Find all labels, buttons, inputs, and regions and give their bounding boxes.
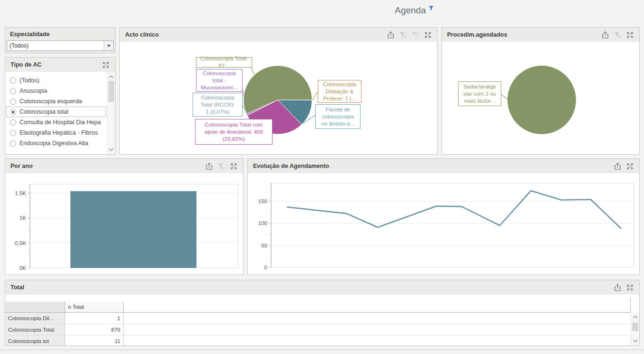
especialidade-header: Especialidade (5, 28, 115, 39)
svg-text:50: 50 (261, 243, 267, 248)
pie-callout-dilatacao[interactable]: Colonoscopia Dilatação & Prótese: 1 (... (318, 80, 361, 103)
table-row[interactable]: Colonoscopia tot 11 (5, 335, 630, 345)
radio-icon (10, 130, 16, 136)
chevron-down-icon (107, 45, 111, 47)
export-icon[interactable] (614, 284, 622, 292)
combo-dropdown-button[interactable] (104, 41, 113, 50)
radio-item-elastografia[interactable]: Elastografia Hepática - Fibros (6, 128, 106, 138)
radio-icon (10, 140, 16, 147)
export-icon[interactable] (205, 162, 213, 170)
scrollbar-track[interactable] (631, 312, 639, 345)
svg-text:100: 100 (258, 220, 267, 226)
filter-funnel-icon[interactable] (429, 6, 434, 11)
chevron-down-icon (633, 339, 638, 343)
panel-acto-clinico: Acto clínico Colonoscopia Total: 87... C… (119, 27, 438, 155)
radio-item-anuscopia[interactable]: Anuscopia (6, 86, 106, 96)
scroll-down-button[interactable] (107, 146, 115, 153)
table-header-row: n Total (5, 302, 630, 313)
radio-item-endoscopia-alta[interactable]: Endoscopia Digestiva Alta (6, 138, 106, 148)
evolucao-line-chart[interactable]: 050100150 (248, 173, 639, 275)
svg-text:1K: 1K (20, 215, 26, 221)
undo-icon[interactable] (411, 31, 420, 39)
total-table: n Total Colonoscopia Dil... 1 Colonoscop… (5, 302, 630, 345)
table-header-n-total: n Total (65, 302, 124, 312)
clear-filter-icon[interactable] (217, 162, 225, 170)
panel-tipo-de-ac: Tipo de AC (Todos) Anuscopia Colonoscopi… (5, 57, 116, 155)
svg-text:0,5K: 0,5K (15, 240, 26, 246)
pie-callout-pacote[interactable]: Pacote de colonoscopia no âmbito d... (315, 104, 361, 129)
pie-callout-colonoscopia-total[interactable]: Colonoscopia Total: 87... (196, 57, 252, 68)
export-icon[interactable] (614, 162, 622, 170)
svg-text:0: 0 (264, 265, 267, 270)
pie-callout-sedar[interactable]: Sedar/analge siar com 2 ou mais factor..… (458, 81, 501, 106)
scrollbar-thumb[interactable] (632, 323, 638, 331)
radio-icon (10, 88, 16, 94)
panel-total: Total n Total Colonoscopia Dil... 1 (5, 280, 640, 346)
table-header-blank (5, 302, 65, 312)
tipo-de-ac-list: (Todos) Anuscopia Colonoscopia esquerda … (5, 72, 107, 154)
table-row[interactable]: Colonoscopia Dil... 1 (5, 313, 630, 324)
panel-por-ano: Por ano 0K0,5K1K1,5K (5, 158, 244, 275)
radio-checked-icon (10, 109, 16, 115)
maximize-icon[interactable] (626, 284, 634, 292)
maximize-icon[interactable] (424, 31, 432, 39)
tipo-de-ac-header: Tipo de AC (10, 61, 102, 68)
scrollbar-thumb[interactable] (108, 81, 114, 102)
clear-filter-icon[interactable] (399, 31, 407, 39)
evolucao-header: Evolução de Agendamento (253, 163, 614, 169)
column-separator (630, 298, 631, 313)
dashboard-title-text: Agenda (395, 5, 426, 16)
total-header: Total (10, 284, 614, 291)
radio-item-colonoscopia-esquerda[interactable]: Colonoscopia esquerda (6, 96, 106, 107)
panel-procedim-agendados: Procedim.agendados Sedar/analge siar com… (441, 27, 640, 155)
maximize-icon[interactable] (230, 162, 238, 170)
por-ano-bar-chart[interactable]: 0K0,5K1K1,5K (5, 173, 243, 275)
svg-text:1,5K: 1,5K (15, 190, 26, 196)
procedim-header: Procedim.agendados (447, 31, 601, 38)
maximize-icon[interactable] (626, 31, 634, 39)
export-icon[interactable] (387, 31, 395, 39)
especialidade-combobox[interactable]: (Todos) (7, 40, 114, 51)
dashboard-surface: Agenda Especialidade (Todos) Tipo de AC … (0, 0, 644, 354)
radio-item-colonoscopia-total[interactable]: Colonoscopia total (6, 107, 106, 117)
panel-especialidade: Especialidade (Todos) (5, 27, 116, 53)
acto-clinico-pie-chart[interactable] (120, 42, 437, 154)
radio-item-consulta-hospital-dia[interactable]: Consulta de Hospital Dia Hepa (6, 117, 106, 128)
radio-icon (10, 119, 16, 126)
chevron-down-icon (108, 148, 114, 152)
scroll-up-button[interactable] (631, 313, 639, 320)
chevron-up-icon (108, 75, 114, 79)
clear-filter-icon[interactable] (614, 31, 622, 39)
acto-clinico-header: Acto clínico (125, 31, 387, 38)
scroll-up-button[interactable] (107, 73, 115, 80)
panel-evolucao-agendamento: Evolução de Agendamento 050100150 (247, 158, 640, 275)
radio-icon (10, 78, 16, 84)
radio-item-todos[interactable]: (Todos) (6, 75, 106, 86)
pie-callout-rccr[interactable]: Colonoscopia Total (RCCR): 1 (0,07%) (193, 93, 243, 117)
radio-icon (10, 98, 16, 105)
pie-callout-mucosectomia[interactable]: Colonoscopia total - Mucosectomi... (196, 69, 243, 92)
svg-text:150: 150 (258, 198, 267, 204)
combo-value: (Todos) (7, 42, 104, 49)
dashboard-bottom-border (0, 350, 644, 350)
dashboard-title: Agenda (395, 5, 434, 16)
scrollbar-track[interactable] (107, 72, 115, 154)
maximize-icon[interactable] (626, 162, 634, 170)
maximize-icon[interactable] (102, 61, 110, 69)
chevron-up-icon (633, 315, 638, 319)
pie-callout-anestesia[interactable]: Colonoscopia Total com apoio de Anestesi… (195, 119, 273, 145)
por-ano-header: Por ano (10, 163, 205, 169)
table-row[interactable]: Colonoscopia Total 870 (5, 324, 630, 335)
export-icon[interactable] (601, 31, 609, 39)
svg-text:0K: 0K (20, 265, 26, 271)
scroll-down-button[interactable] (631, 337, 639, 344)
